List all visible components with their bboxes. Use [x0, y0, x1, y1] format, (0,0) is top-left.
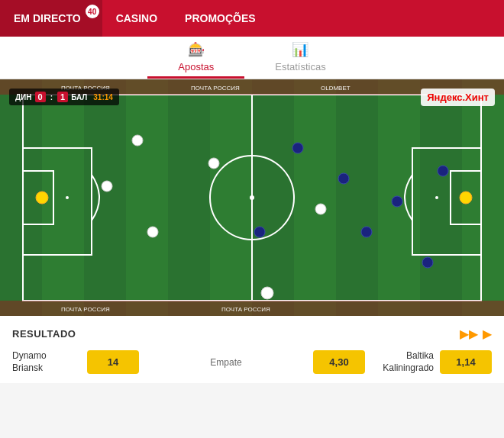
svg-rect-3	[168, 79, 210, 316]
betting-row: DynamoBriansk 14 Empate 4,30 BaltikaKali…	[12, 350, 492, 374]
nav-promocoes[interactable]: PROMOÇÕES	[171, 0, 270, 37]
stream-icon-2[interactable]: ▶	[483, 327, 492, 341]
yandex-text: Яндекс.Хинт	[427, 92, 489, 103]
svg-point-31	[460, 192, 472, 204]
field-svg: ПОЧТА РОССИЯ ПОЧТА РОССИЯ OLDMBET ПОЧТА …	[0, 79, 504, 316]
svg-rect-2	[84, 79, 126, 316]
tab-bar: 🎰 Apostas 📊 Estatísticas	[0, 37, 504, 79]
svg-point-18	[102, 181, 112, 192]
svg-text:ПОЧТА РОССИЯ: ПОЧТА РОССИЯ	[61, 306, 110, 313]
em-directo-label: EM DIRECTO	[14, 12, 81, 24]
away-team-name: BaltikaKaliningrado	[365, 350, 434, 374]
yandex-overlay: Яндекс.Хинт	[421, 89, 495, 106]
promocoes-label: PROMOÇÕES	[185, 12, 256, 24]
away-bet-section: BaltikaKaliningrado 1,14	[365, 350, 492, 374]
svg-point-24	[338, 173, 349, 184]
svg-point-10	[250, 195, 254, 200]
apostas-icon: 🎰	[188, 41, 205, 58]
nav-em-directo[interactable]: EM DIRECTO 40	[0, 0, 102, 37]
bottom-area: RESULTADO ▶▶ ▶ DynamoBriansk 14 Empate 4…	[0, 316, 504, 383]
score-team1: ДИН	[15, 93, 32, 101]
resultado-label: RESULTADO	[12, 328, 76, 340]
score-2: 1	[57, 92, 68, 102]
svg-point-19	[147, 227, 158, 237]
svg-point-23	[292, 143, 303, 153]
resultado-header: RESULTADO ▶▶ ▶	[12, 327, 492, 341]
away-odds-button[interactable]: 1,14	[440, 350, 492, 374]
casino-label: CASINO	[116, 12, 157, 24]
stream-icon-1[interactable]: ▶▶	[460, 327, 478, 341]
svg-point-26	[392, 196, 402, 207]
tab-apostas[interactable]: 🎰 Apostas	[147, 37, 244, 79]
scoreboard-overlay: ДИН 0 : 1 БАЛ 31:14	[9, 89, 119, 105]
svg-point-17	[132, 135, 143, 146]
svg-text:ПОЧТА РОССИЯ: ПОЧТА РОССИЯ	[221, 306, 270, 313]
svg-text:ПОЧТА РОССИЯ: ПОЧТА РОССИЯ	[191, 85, 240, 92]
svg-point-28	[438, 166, 448, 176]
svg-point-13	[66, 196, 69, 199]
home-odds-button[interactable]: 14	[87, 350, 139, 374]
draw-label: Empate	[139, 357, 313, 368]
svg-point-25	[361, 227, 372, 237]
draw-odds-button[interactable]: 4,30	[313, 350, 365, 374]
estatisticas-icon: 📊	[292, 41, 309, 58]
svg-point-30	[36, 192, 48, 204]
home-team-name: DynamoBriansk	[12, 350, 81, 374]
svg-point-29	[254, 227, 265, 237]
tab-apostas-label: Apostas	[178, 61, 214, 72]
svg-point-20	[208, 158, 219, 169]
stream-icons: ▶▶ ▶	[460, 327, 492, 341]
score-1: 0	[35, 92, 46, 102]
svg-rect-4	[252, 79, 294, 316]
svg-point-21	[261, 287, 273, 299]
svg-point-16	[435, 196, 438, 199]
svg-point-27	[422, 257, 433, 268]
nav-casino[interactable]: CASINO	[102, 0, 171, 37]
svg-rect-5	[336, 79, 378, 316]
video-area: ПОЧТА РОССИЯ ПОЧТА РОССИЯ OLDMBET ПОЧТА …	[0, 79, 504, 316]
svg-point-22	[315, 204, 326, 214]
score-time: 31:14	[93, 93, 113, 101]
score-team2: БАЛ	[71, 93, 87, 101]
tab-estatisticas-label: Estatísticas	[275, 61, 325, 72]
home-bet-section: DynamoBriansk 14	[12, 350, 139, 374]
tab-estatisticas[interactable]: 📊 Estatísticas	[244, 37, 356, 79]
svg-rect-6	[420, 79, 462, 316]
em-directo-badge: 40	[86, 5, 99, 18]
main-header: EM DIRECTO 40 CASINO PROMOÇÕES	[0, 0, 504, 37]
svg-text:OLDMBET: OLDMBET	[321, 85, 351, 92]
